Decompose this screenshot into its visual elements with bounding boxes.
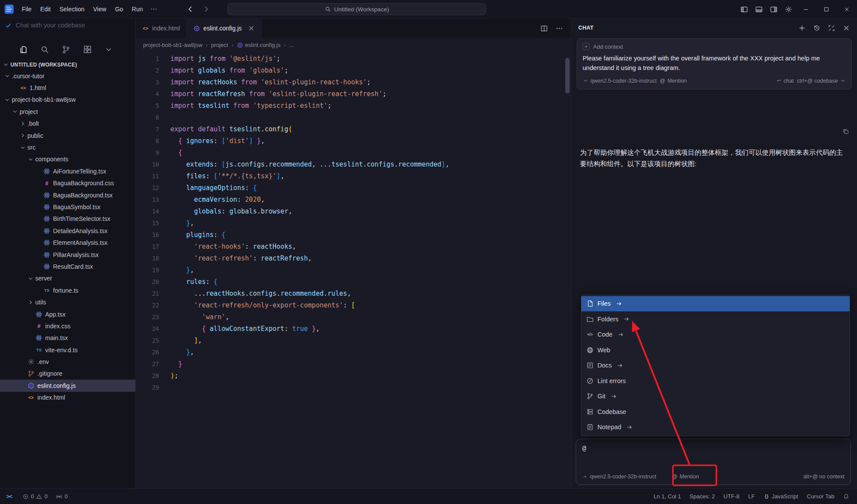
workspace-header[interactable]: UNTITLED (WORKSPACE) <box>0 58 135 70</box>
breadcrumb-item-project[interactable]: project <box>211 42 228 48</box>
expand-chat-icon[interactable] <box>828 24 835 32</box>
code-line-1[interactable]: 1import js from '@eslint/js'; <box>136 53 571 65</box>
menu-item-notepad[interactable]: Notepad <box>581 420 850 435</box>
code-line-8[interactable]: 8 { ignores: ['dist'] }, <box>136 135 571 147</box>
status-lf[interactable]: LF <box>744 489 759 504</box>
code-line-10[interactable]: 10 extends: [js.configs.recommended, ...… <box>136 159 571 170</box>
sidebar-search-icon[interactable] <box>40 45 49 54</box>
more-views-icon[interactable] <box>104 45 113 54</box>
notifications-button[interactable] <box>839 489 854 504</box>
code-line-6[interactable]: 6 <box>136 112 571 123</box>
menu-item-git[interactable]: Git <box>581 389 850 404</box>
code-line-2[interactable]: 2import globals from 'globals'; <box>136 65 571 77</box>
ports-indicator[interactable]: 0 <box>52 489 72 504</box>
editor-scrollbar[interactable] <box>565 58 570 93</box>
code-line-26[interactable]: 26 }, <box>136 347 571 358</box>
code-line-9[interactable]: 9 { <box>136 147 571 159</box>
tree-item-bolt[interactable]: .bolt <box>0 118 135 130</box>
tab-index-html[interactable]: <>index.html <box>136 18 187 38</box>
input-model-selector[interactable]: qwen2.5-coder-32b-instruct <box>582 474 656 480</box>
code-line-5[interactable]: 5import tseslint from 'typescript-eslint… <box>136 100 571 112</box>
status-ln-1-col-1[interactable]: Ln 1, Col 1 <box>649 489 685 504</box>
tree-item-baguabackground-tsx[interactable]: BaguaBackground.tsx <box>0 189 135 201</box>
chat-history-icon[interactable] <box>813 24 820 32</box>
tree-item-project[interactable]: project <box>0 106 135 117</box>
input-mention-button[interactable]: @Mention <box>672 474 699 480</box>
menu-item-docs[interactable]: Docs <box>581 358 850 374</box>
codebase-button[interactable]: ctrl+@ codebase <box>797 78 846 84</box>
tree-item-detailedanalysis-tsx[interactable]: DetailedAnalysis.tsx <box>0 225 135 237</box>
menu-run[interactable]: Run <box>127 4 147 14</box>
tree-item-vite-env-d-ts[interactable]: TSvite-env.d.ts <box>0 344 135 356</box>
tree-item-pillaranalysis-tsx[interactable]: PillarAnalysis.tsx <box>0 249 135 260</box>
code-line-21[interactable]: 21 ...reactHooks.configs.recommended.rul… <box>136 288 571 300</box>
menu-item-code[interactable]: </>Code <box>581 327 850 343</box>
tree-item-baguabackground-css[interactable]: #BaguaBackground.css <box>0 177 135 189</box>
toggle-primary-sidebar-icon[interactable] <box>737 0 751 18</box>
code-line-3[interactable]: 3import reactHooks from 'eslint-plugin-r… <box>136 77 571 88</box>
source-control-icon[interactable] <box>62 45 70 54</box>
menu-go[interactable]: Go <box>110 4 127 14</box>
code-line-14[interactable]: 14 globals: globals.browser, <box>136 206 571 217</box>
toggle-panel-icon[interactable] <box>751 0 766 18</box>
code-line-11[interactable]: 11 files: ['**/*.{ts,tsx}'], <box>136 170 571 182</box>
tree-item-main-tsx[interactable]: main.tsx <box>0 332 135 344</box>
status-cursor-tab[interactable]: Cursor Tab <box>803 489 839 504</box>
remote-indicator[interactable]: >< <box>0 489 18 504</box>
chat-input-value[interactable]: @ <box>582 444 844 452</box>
tree-item-gitignore[interactable]: .gitignore <box>0 368 135 380</box>
chat-mode-button[interactable]: chat <box>776 78 794 84</box>
code-line-15[interactable]: 15 }, <box>136 217 571 229</box>
tree-item-index-html[interactable]: <>index.html <box>0 392 135 404</box>
tree-item-server[interactable]: server <box>0 273 135 284</box>
code-line-25[interactable]: 25 ], <box>136 335 571 347</box>
menu-view[interactable]: View <box>89 4 110 14</box>
tree-item-cursor-tutor[interactable]: .cursor-tutor <box>0 70 135 82</box>
menu-edit[interactable]: Edit <box>36 4 55 14</box>
forward-icon[interactable] <box>202 5 210 13</box>
tab-close-icon[interactable] <box>248 25 255 32</box>
tree-item-src[interactable]: src <box>0 141 135 153</box>
toggle-secondary-sidebar-icon[interactable] <box>766 0 781 18</box>
tree-item-utils[interactable]: utils <box>0 296 135 308</box>
window-maximize-button[interactable] <box>816 0 837 18</box>
add-context-button[interactable]: Add context <box>583 43 623 50</box>
tree-item-elementanalysis-tsx[interactable]: ElementAnalysis.tsx <box>0 237 135 248</box>
model-selector[interactable]: qwen2.5-coder-32b-instruct <box>583 78 657 84</box>
window-minimize-button[interactable] <box>796 0 816 18</box>
menu-item-folders[interactable]: Folders <box>581 311 850 327</box>
tree-item-eslint-config-js[interactable]: eslint.config.js <box>0 380 135 391</box>
menu-item-web[interactable]: Web <box>581 342 850 358</box>
code-line-7[interactable]: 7export default tseslint.config( <box>136 123 571 135</box>
code-line-20[interactable]: 20 rules: { <box>136 276 571 288</box>
chat-input-box[interactable]: @ qwen2.5-coder-32b-instruct @Mention al… <box>576 439 851 485</box>
breadcrumb-item-project-bolt-sb1-aw8jsw[interactable]: project-bolt-sb1-aw8jsw <box>143 42 203 48</box>
back-icon[interactable] <box>187 5 194 13</box>
menu-more-icon[interactable] <box>148 6 160 13</box>
menu-item-files[interactable]: Files <box>581 296 850 312</box>
copy-response-icon[interactable] <box>842 128 849 135</box>
status-javascript[interactable]: {}JavaScript <box>759 489 803 504</box>
tree-item-birthtimeselector-tsx[interactable]: BirthTimeSelector.tsx <box>0 213 135 225</box>
code-line-29[interactable]: 29 <box>136 382 571 394</box>
status-utf-8[interactable]: UTF-8 <box>719 489 744 504</box>
tree-item-public[interactable]: public <box>0 130 135 141</box>
tree-item-index-css[interactable]: #index.css <box>0 320 135 332</box>
code-line-22[interactable]: 22 'react-refresh/only-export-components… <box>136 300 571 311</box>
tree-item-components[interactable]: components <box>0 154 135 165</box>
breadcrumb-item-[interactable]: ... <box>289 42 294 48</box>
status-spaces-2[interactable]: Spaces: 2 <box>685 489 719 504</box>
code-line-17[interactable]: 17 'react-hooks': reactHooks, <box>136 241 571 253</box>
tree-item-fortune-ts[interactable]: TSfortune.ts <box>0 284 135 296</box>
menu-item-codebase[interactable]: Codebase <box>581 404 850 420</box>
menu-selection[interactable]: Selection <box>55 4 89 14</box>
breadcrumb-item-eslint-config-js[interactable]: eslint.config.js <box>237 42 281 48</box>
mention-button[interactable]: @Mention <box>660 78 687 84</box>
code-editor[interactable]: 1import js from '@eslint/js';2import glo… <box>136 52 571 488</box>
code-line-12[interactable]: 12 languageOptions: { <box>136 182 571 194</box>
code-line-28[interactable]: 28); <box>136 370 571 382</box>
code-line-23[interactable]: 23 'warn', <box>136 311 571 323</box>
extensions-icon[interactable] <box>83 45 92 54</box>
tree-item-app-tsx[interactable]: App.tsx <box>0 308 135 320</box>
menu-file[interactable]: File <box>17 4 36 14</box>
